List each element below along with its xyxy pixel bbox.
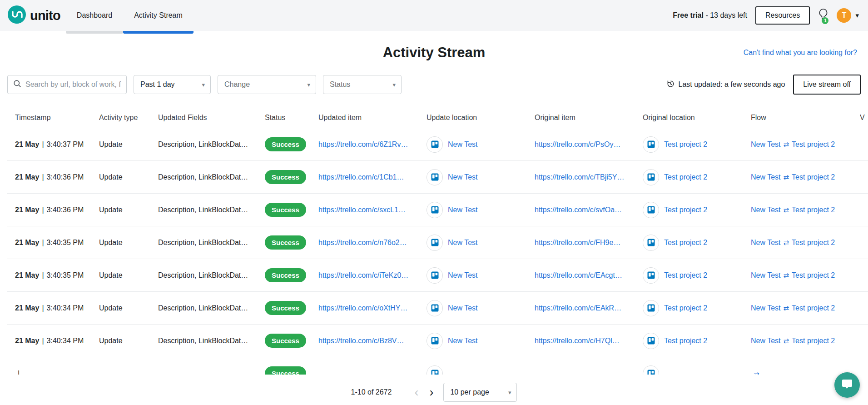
live-stream-toggle[interactable]: Live stream off: [793, 75, 861, 95]
cell-activity-type: Update: [99, 140, 158, 149]
original-item-link[interactable]: https://trello.com/c/svfOa…: [535, 206, 622, 214]
cell-original-location: Test project 2: [643, 300, 751, 316]
cell-timestamp: 21 May|3:40:36 PM: [7, 206, 99, 214]
update-location-link[interactable]: New Test: [448, 304, 478, 312]
cell-status: Success: [265, 137, 318, 151]
original-location-link[interactable]: Test project 2: [664, 304, 707, 312]
cell-activity-type: Update: [99, 304, 158, 312]
updated-item-link[interactable]: https://trello.com/c/sxcL1…: [318, 206, 406, 214]
status-badge: Success: [265, 203, 306, 217]
table-header-row: Timestamp Activity type Updated Fields S…: [7, 107, 868, 128]
cell-updated-fields: Description, LinkBlockDat…: [158, 271, 265, 280]
updated-item-link[interactable]: https://trello.com/c/6Z1Rv…: [318, 140, 408, 148]
trello-icon: [643, 169, 659, 185]
status-badge: Success: [265, 366, 306, 375]
cell-updated-item: https://trello.com/c/6Z1Rv…: [318, 140, 427, 149]
notifications-button[interactable]: 1: [818, 8, 828, 23]
flow-link[interactable]: New Test⇄Test project 2: [751, 271, 835, 280]
search-input[interactable]: [25, 80, 123, 89]
next-page-button[interactable]: ›: [424, 386, 439, 399]
original-item-link[interactable]: https://trello.com/c/EAkR…: [535, 304, 621, 312]
last-updated: Last updated: a few seconds ago: [666, 80, 785, 90]
updated-item-link[interactable]: https://trello.com/c/n76o2…: [318, 239, 407, 246]
page-header: Activity Stream Can't find what you are …: [0, 43, 868, 63]
page-title: Activity Stream: [383, 45, 486, 61]
tab-dashboard[interactable]: Dashboard: [66, 0, 123, 31]
update-location-link[interactable]: New Test: [448, 239, 478, 247]
update-location-link[interactable]: New Test: [448, 271, 478, 280]
updated-item-link[interactable]: https://trello.com/c/Bz8V…: [318, 337, 404, 345]
flow-link[interactable]: New Test⇄Test project 2: [751, 173, 835, 181]
original-item-link[interactable]: https://trello.com/c/TBji5Y…: [535, 173, 624, 181]
trello-icon: [427, 235, 443, 251]
status-badge: Success: [265, 334, 306, 348]
cell-original-item: https://trello.com/c/PsOy…: [535, 140, 643, 149]
original-location-link[interactable]: Test project 2: [664, 140, 707, 149]
cell-updated-fields: Description, LinkBlockDat…: [158, 239, 265, 247]
original-item-link[interactable]: https://trello.com/c/H7Ql…: [535, 337, 620, 345]
flow-link[interactable]: New Test⇄Test project 2: [751, 337, 835, 345]
update-location-link[interactable]: New Test: [448, 206, 478, 214]
per-page-select[interactable]: 10 per page ▾: [443, 383, 517, 402]
flow-link[interactable]: New Test⇄Test project 2: [751, 304, 835, 312]
updated-item-link[interactable]: https://trello.com/c/oXtHY…: [318, 304, 408, 312]
original-item-link[interactable]: https://trello.com/c/EAcgt…: [535, 271, 622, 279]
cell-flow: New Test⇄Test project 2: [751, 304, 860, 312]
cell-original-location: Test project 2: [643, 235, 751, 251]
chat-launcher[interactable]: [834, 372, 860, 398]
prev-page-button[interactable]: ‹: [409, 386, 424, 399]
cell-original-location: Test project 2: [643, 202, 751, 218]
original-location-link[interactable]: Test project 2: [664, 239, 707, 247]
cell-activity-type: Update: [99, 271, 158, 280]
table-row: 21 May|3:40:34 PM Update Description, Li…: [7, 325, 868, 357]
table-row: 21 May|3:40:36 PM Update Description, Li…: [7, 194, 868, 226]
cell-update-location: New Test: [427, 202, 535, 218]
cell-timestamp: 21 May|3:40:37 PM: [7, 140, 99, 149]
flow-link[interactable]: New Test⇄Test project 2: [751, 206, 835, 214]
flow-link[interactable]: ⇄: [751, 370, 762, 375]
help-link[interactable]: Can't find what you are looking for?: [744, 49, 857, 57]
updated-item-link[interactable]: https://trello.com/c/1Cb1…: [318, 173, 404, 181]
cell-original-location: Test project 2: [643, 169, 751, 185]
trello-icon: [643, 300, 659, 316]
history-icon: [666, 80, 675, 90]
cell-status: Success: [265, 366, 318, 375]
notification-badge: 1: [822, 17, 828, 24]
cell-update-location: New Test: [427, 300, 535, 316]
update-location-link[interactable]: New Test: [448, 140, 478, 149]
updated-item-link[interactable]: https://trello.com/c/iTeKz0…: [318, 271, 408, 279]
search-box[interactable]: [7, 75, 127, 94]
original-location-link[interactable]: Test project 2: [664, 173, 707, 181]
cell-updated-item: https://trello.com/c/sxcL1…: [318, 206, 427, 214]
table-row: 21 May|3:40:37 PM Update Description, Li…: [7, 128, 868, 161]
user-menu[interactable]: T ▾: [837, 8, 859, 23]
chat-icon: [841, 378, 853, 392]
cell-updated-fields: Description, LinkBlockDat…: [158, 337, 265, 345]
cell-status: Success: [265, 235, 318, 250]
avatar: T: [837, 8, 851, 23]
cell-original-item: https://trello.com/c/FH9e…: [535, 239, 643, 247]
original-location-link[interactable]: Test project 2: [664, 206, 707, 214]
brand-logo[interactable]: unito: [7, 5, 60, 26]
cell-timestamp: 21 May|3:40:34 PM: [7, 304, 99, 312]
cell-flow: New Test⇄Test project 2: [751, 337, 860, 345]
trello-icon: [643, 202, 659, 218]
cell-updated-fields: Description, LinkBlockDat…: [158, 173, 265, 181]
flow-link[interactable]: New Test⇄Test project 2: [751, 239, 835, 247]
change-select[interactable]: Change ▾: [218, 75, 316, 94]
date-range-select[interactable]: Past 1 day ▾: [134, 75, 211, 94]
cell-flow: New Test⇄Test project 2: [751, 271, 860, 280]
original-location-link[interactable]: Test project 2: [664, 271, 707, 280]
resources-button[interactable]: Resources: [755, 6, 810, 25]
table-row: | Success: [7, 357, 868, 375]
original-location-link[interactable]: Test project 2: [664, 337, 707, 345]
update-location-link[interactable]: New Test: [448, 173, 478, 181]
update-location-link[interactable]: New Test: [448, 337, 478, 345]
original-item-link[interactable]: https://trello.com/c/FH9e…: [535, 239, 620, 246]
original-item-link[interactable]: https://trello.com/c/PsOy…: [535, 140, 620, 148]
tab-activity-stream[interactable]: Activity Stream: [123, 0, 193, 31]
flow-link[interactable]: New Test⇄Test project 2: [751, 140, 835, 149]
status-badge: Success: [265, 301, 306, 315]
sync-arrows-icon: ⇄: [784, 239, 789, 247]
status-select[interactable]: Status ▾: [323, 75, 402, 94]
